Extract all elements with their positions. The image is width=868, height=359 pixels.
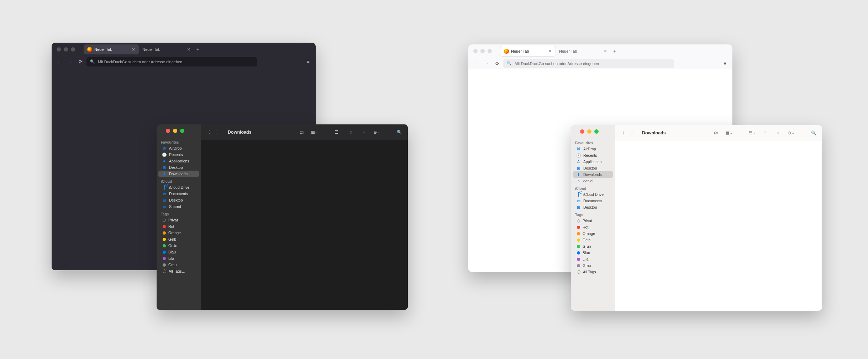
nav-forward-button[interactable]: 〉 (629, 129, 637, 137)
sidebar-item[interactable]: Gelb (573, 237, 613, 243)
tag-dot-icon (163, 257, 166, 260)
tab-inactive[interactable]: Neuer Tab ✕ (556, 46, 611, 56)
tab-inactive[interactable]: Neuer Tab ✕ (139, 44, 194, 54)
reload-button[interactable]: ⟳ (493, 59, 502, 68)
share-button[interactable]: ⇪ (760, 129, 770, 137)
sidebar-item[interactable]: ⬇Downloads (158, 171, 199, 177)
tab-close-icon[interactable]: ✕ (604, 49, 607, 54)
nav-forward-button[interactable]: 〉 (215, 128, 223, 136)
sidebar-item[interactable]: iCloud Drive (573, 191, 613, 198)
close-dot[interactable] (473, 49, 478, 53)
sidebar-item[interactable]: 🕘Recents (573, 152, 613, 159)
tab-close-icon[interactable]: ✕ (132, 47, 135, 52)
view-icons-button[interactable]: ▦⌄ (310, 128, 320, 136)
sidebar-item[interactable]: ▭Documents (573, 198, 613, 204)
minimize-dot[interactable] (64, 47, 68, 52)
close-dot[interactable] (580, 129, 584, 134)
tab-close-icon[interactable]: ✕ (187, 47, 190, 52)
sidebar-item-label: Shared (169, 204, 181, 209)
sidebar-item[interactable]: AApplications (573, 159, 613, 165)
url-bar[interactable]: 🔍 Mit DuckDuckGo suchen oder Adresse ein… (503, 59, 674, 68)
search-button[interactable]: 🔍 (394, 128, 404, 136)
app-menu-button[interactable]: ≡ (720, 59, 730, 68)
tab-close-icon[interactable]: ✕ (548, 49, 552, 54)
traffic-lights[interactable] (166, 129, 184, 133)
group-by-button[interactable]: ☰⌄ (333, 128, 343, 136)
new-folder-button[interactable]: 🗂 (711, 129, 721, 137)
sidebar-item[interactable]: Privat (158, 217, 199, 223)
sidebar-item-label: Documents (169, 192, 188, 196)
sidebar-item[interactable]: 🕘Recents (158, 151, 199, 158)
zoom-dot[interactable] (488, 49, 492, 53)
reload-button[interactable]: ⟳ (76, 57, 85, 66)
sidebar-item[interactable]: ⊞Desktop (158, 197, 199, 203)
sidebar-item[interactable]: ⌘AirDrop (158, 145, 199, 151)
sidebar-item[interactable]: Lila (158, 255, 199, 262)
sidebar-item[interactable]: Rot (158, 223, 199, 230)
sidebar-item[interactable]: ⊞Desktop (158, 164, 199, 171)
tab-active[interactable]: Neuer Tab ✕ (500, 46, 556, 56)
search-button[interactable]: 🔍 (809, 129, 819, 137)
traffic-lights[interactable] (580, 129, 599, 134)
app-menu-button[interactable]: ≡ (304, 57, 313, 66)
sidebar-item-icon: ⊞ (162, 198, 167, 203)
zoom-dot[interactable] (594, 129, 599, 134)
tab-active[interactable]: Neuer Tab ✕ (84, 44, 139, 54)
sidebar-item[interactable]: Lila (573, 256, 613, 262)
sidebar-item[interactable]: AApplications (158, 158, 199, 164)
nav-back-button[interactable]: ← (471, 59, 480, 68)
sidebar-item[interactable]: All Tags… (158, 268, 199, 274)
finder-window-light: Favourites ⌘AirDrop🕘RecentsAApplications… (571, 125, 822, 311)
sidebar-item-icon: 🕘 (576, 153, 581, 158)
traffic-lights[interactable] (57, 47, 75, 52)
view-icons-button[interactable]: ▦⌄ (724, 129, 734, 137)
url-bar[interactable]: 🔍 Mit DuckDuckGo suchen oder Adresse ein… (86, 57, 257, 66)
sidebar-item[interactable]: Blau (158, 249, 199, 255)
nav-forward-button[interactable]: → (65, 57, 74, 66)
new-folder-button[interactable]: 🗂 (297, 128, 307, 136)
close-dot[interactable] (166, 129, 170, 133)
sidebar-item[interactable]: ⌘AirDrop (573, 146, 613, 152)
sidebar-item[interactable]: All Tags… (573, 269, 613, 275)
action-menu-button[interactable]: ⊖⌄ (372, 128, 382, 136)
sidebar-item[interactable]: Grün (573, 243, 613, 250)
sidebar-item[interactable]: Orange (158, 230, 199, 236)
sidebar-item[interactable]: Grau (158, 262, 199, 268)
minimize-dot[interactable] (480, 49, 485, 53)
sidebar-item[interactable]: iCloud Drive (158, 184, 199, 191)
sidebar-item[interactable]: Grau (573, 262, 613, 269)
sidebar-item[interactable]: ⊞Desktop (573, 204, 613, 210)
sidebar-item[interactable]: Rot (573, 224, 613, 230)
zoom-dot[interactable] (180, 129, 184, 133)
sidebar-item[interactable]: Blau (573, 250, 613, 256)
minimize-dot[interactable] (587, 129, 591, 134)
nav-forward-button[interactable]: → (482, 59, 491, 68)
nav-back-button[interactable]: 〈 (619, 129, 626, 137)
sidebar-item[interactable]: GrÜn (158, 242, 199, 249)
sidebar-item[interactable]: Orange (573, 230, 613, 237)
sidebar-item[interactable]: ⊞Desktop (573, 165, 613, 171)
sidebar-item[interactable]: Gelb (158, 236, 199, 242)
new-tab-button[interactable]: ＋ (194, 46, 202, 53)
sidebar-item-icon: 🕘 (162, 152, 167, 157)
tab-strip: Neuer Tab ✕ Neuer Tab ✕ ＋ (500, 44, 619, 58)
sidebar-item[interactable]: ⌂daniel (573, 178, 613, 184)
nav-back-button[interactable]: ← (54, 57, 64, 66)
action-menu-button[interactable]: ⊖⌄ (786, 129, 796, 137)
minimize-dot[interactable] (173, 129, 177, 133)
tag-button[interactable]: ⌖ (773, 129, 783, 137)
traffic-lights[interactable] (473, 49, 492, 53)
nav-back-button[interactable]: 〈 (204, 128, 212, 136)
sidebar-item[interactable]: ⬇Downloads (573, 171, 613, 178)
sidebar-item[interactable]: Privat (573, 218, 613, 224)
share-button[interactable]: ⇪ (346, 128, 356, 136)
close-dot[interactable] (57, 47, 61, 52)
sidebar-item[interactable]: ▭Documents (158, 191, 199, 197)
sidebar-item[interactable]: ▭Shared (158, 203, 199, 210)
new-tab-button[interactable]: ＋ (611, 48, 619, 54)
tag-button[interactable]: ⌖ (359, 128, 369, 136)
zoom-dot[interactable] (71, 47, 75, 52)
group-by-button[interactable]: ☰⌄ (747, 129, 757, 137)
sidebar-group-tags: Tags (575, 213, 615, 217)
tag-dot-icon (577, 258, 580, 261)
